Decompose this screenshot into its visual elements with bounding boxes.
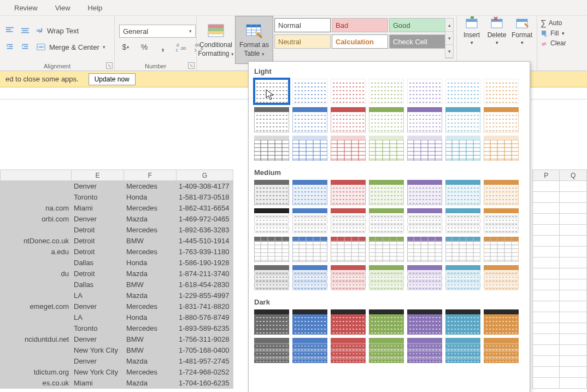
table-row[interactable]: du Detroit Mazda 1-874-211-3740	[1, 268, 233, 279]
increase-indent-icon[interactable]	[19, 40, 32, 54]
table-style-swatch[interactable]	[254, 338, 289, 363]
table-style-swatch[interactable]	[407, 338, 442, 363]
fill-button[interactable]: Fill▾	[541, 30, 567, 37]
table-style-swatch[interactable]	[331, 338, 366, 363]
table-row[interactable]: emeget.com Denver Mercedes 1-831-741-882…	[1, 301, 233, 312]
table-row[interactable]: Toronto Mercedes 1-893-589-6235	[1, 323, 233, 334]
table-style-swatch[interactable]	[484, 265, 519, 290]
table-style-swatch[interactable]	[484, 136, 519, 161]
table-style-swatch[interactable]	[292, 309, 327, 335]
cell-style-check-cell[interactable]: Check Cell	[389, 34, 445, 49]
table-style-swatch[interactable]	[369, 309, 404, 335]
table-style-swatch[interactable]	[445, 265, 480, 290]
table-row[interactable]: Denver Mazda 1-481-957-2745	[1, 356, 233, 367]
table-style-swatch[interactable]	[331, 208, 366, 233]
clear-button[interactable]: Clear	[541, 39, 567, 47]
table-style-swatch[interactable]	[407, 180, 442, 205]
autosum-button[interactable]: ∑ Auto	[541, 18, 567, 27]
alignment-launcher-icon[interactable]: ⤡	[106, 62, 113, 69]
table-style-swatch[interactable]	[445, 79, 480, 104]
table-style-swatch[interactable]	[254, 107, 289, 132]
number-format-caret-icon[interactable]: ▾	[189, 28, 192, 34]
table-style-swatch[interactable]	[369, 107, 404, 132]
increase-decimal-button[interactable]: .0.00	[175, 41, 188, 53]
col-header-F[interactable]: F	[124, 170, 177, 181]
table-style-swatch[interactable]	[484, 309, 519, 335]
table-row[interactable]: nciduntdui.net Denver BMW 1-756-311-9028	[1, 334, 233, 345]
format-as-table-button[interactable]: Format as Table ▾	[235, 16, 273, 64]
currency-button[interactable]: $▾	[119, 41, 132, 53]
table-style-swatch[interactable]	[254, 208, 289, 233]
cell-style-bad[interactable]: Bad	[332, 18, 388, 32]
table-style-swatch[interactable]	[484, 208, 519, 233]
table-row[interactable]: Toronto Honda 1-581-873-0518	[1, 192, 233, 203]
table-style-swatch[interactable]	[292, 265, 327, 290]
col-header-E[interactable]: E	[72, 170, 124, 181]
table-style-swatch[interactable]	[292, 208, 327, 233]
decrease-indent-icon[interactable]	[3, 40, 16, 54]
table-style-swatch[interactable]	[369, 180, 404, 205]
table-style-swatch[interactable]	[445, 180, 480, 205]
col-header-G[interactable]: G	[177, 170, 233, 181]
table-style-swatch[interactable]	[407, 107, 442, 132]
table-style-swatch[interactable]	[254, 309, 289, 335]
table-style-swatch[interactable]	[331, 237, 366, 262]
cell-styles-up-icon[interactable]: ▴	[445, 19, 453, 32]
cell-style-good[interactable]: Good	[389, 18, 445, 32]
table-style-swatch[interactable]	[407, 265, 442, 290]
table-style-swatch[interactable]	[445, 208, 480, 233]
table-row[interactable]: New York City BMW 1-705-168-0400	[1, 345, 233, 356]
align-middle-icon[interactable]	[19, 24, 32, 37]
table-style-swatch[interactable]	[445, 136, 480, 161]
update-now-button[interactable]: Update now	[89, 73, 136, 85]
cell-style-neutral[interactable]: Neutral	[274, 34, 331, 49]
table-row[interactable]: LA Mazda 1-229-855-4997	[1, 290, 233, 301]
comma-button[interactable]: ,	[156, 41, 169, 53]
table-row[interactable]: Dallas Honda 1-586-190-1928	[1, 258, 233, 268]
table-row[interactable]: Detroit Mercedes 1-892-636-3283	[1, 225, 233, 236]
tab-help[interactable]: Help	[79, 1, 111, 15]
table-style-swatch[interactable]	[407, 309, 442, 335]
table-style-swatch[interactable]	[331, 79, 366, 104]
percent-button[interactable]: %	[138, 41, 151, 53]
align-top-icon[interactable]	[3, 24, 16, 37]
table-style-swatch[interactable]	[292, 136, 327, 161]
table-style-swatch[interactable]	[292, 180, 327, 205]
table-style-swatch[interactable]	[445, 309, 480, 335]
table-style-swatch[interactable]	[292, 237, 327, 262]
merge-center-button[interactable]: Merge & Center ▾	[34, 40, 108, 54]
cell-styles-more-icon[interactable]: ▾	[445, 45, 453, 58]
table-row[interactable]: a.edu Detroit Mercedes 1-763-939-1180	[1, 247, 233, 258]
table-style-swatch[interactable]	[407, 208, 442, 233]
table-row[interactable]: LA Honda 1-880-576-8749	[1, 312, 233, 323]
col-header-P[interactable]: P	[533, 170, 560, 181]
table-style-swatch[interactable]	[331, 107, 366, 132]
table-style-swatch[interactable]	[331, 309, 366, 335]
number-launcher-icon[interactable]: ⤡	[188, 62, 195, 69]
table-style-swatch[interactable]	[484, 107, 519, 132]
table-style-swatch[interactable]	[292, 79, 327, 104]
table-row[interactable]: Denver Mercedes 1-409-308-4177	[1, 181, 233, 192]
table-style-swatch[interactable]	[369, 79, 404, 104]
table-style-swatch[interactable]	[369, 265, 404, 290]
merge-dropdown-caret-icon[interactable]: ▾	[103, 44, 105, 50]
table-style-swatch[interactable]	[445, 338, 480, 363]
cell-style-normal[interactable]: Normal	[274, 18, 331, 32]
table-row[interactable]: es.co.uk Miami Mazda 1-704-160-6235	[1, 378, 233, 389]
tab-review[interactable]: Review	[5, 1, 46, 15]
col-header-Q[interactable]: Q	[560, 170, 587, 181]
table-style-swatch[interactable]	[254, 265, 289, 290]
table-row[interactable]: orbi.com Denver Mazda 1-469-972-0465	[1, 214, 233, 225]
table-style-swatch[interactable]	[254, 180, 289, 205]
table-style-swatch[interactable]	[369, 237, 404, 262]
delete-button[interactable]: Delete ▾	[484, 16, 509, 45]
insert-button[interactable]: Insert ▾	[459, 16, 484, 45]
table-style-swatch[interactable]	[369, 338, 404, 363]
wrap-text-button[interactable]: ab Wrap Text	[34, 24, 81, 37]
cell-style-calculation[interactable]: Calculation	[332, 34, 388, 49]
table-style-swatch[interactable]	[292, 107, 327, 132]
table-style-swatch[interactable]	[484, 180, 519, 205]
table-row[interactable]: na.com Miami Mercedes 1-862-431-6654	[1, 203, 233, 214]
table-style-swatch[interactable]	[331, 180, 366, 205]
table-style-swatch[interactable]	[369, 208, 404, 233]
